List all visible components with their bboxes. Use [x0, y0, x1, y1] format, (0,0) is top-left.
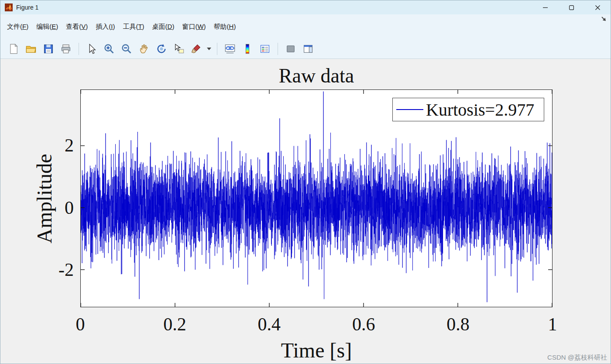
figure-window: Figure 1 文件(F) 编辑(E) 查看(V) [0, 0, 611, 364]
menu-accel: T [138, 23, 142, 30]
new-figure-icon [8, 43, 19, 55]
menu-accel: D [168, 23, 172, 30]
matlab-logo-icon [5, 3, 13, 11]
brush-dropdown-icon [207, 48, 211, 50]
menu-label: 插入( [96, 23, 111, 30]
toolbar-separator [79, 43, 79, 55]
open-file-button[interactable] [23, 41, 39, 57]
menu-accel: F [22, 23, 26, 30]
menu-item-view[interactable]: 查看(V) [62, 20, 92, 34]
menu-label: 工具( [123, 23, 138, 30]
toolbar [0, 39, 611, 59]
minimize-icon [543, 5, 548, 10]
legend-label: Kurtosis=2.977 [426, 100, 534, 120]
legend-box[interactable]: Kurtosis=2.977 [392, 98, 544, 121]
menu-item-file[interactable]: 文件(F) [3, 20, 32, 34]
menu-label: 帮助( [214, 23, 229, 30]
x-tick-label: 0.4 [258, 314, 281, 335]
menu-label: ) [142, 23, 144, 30]
close-icon [595, 5, 600, 10]
zoom-in-button[interactable] [101, 41, 117, 57]
new-figure-button[interactable] [6, 41, 21, 57]
menu-label: 查看( [66, 23, 81, 30]
menu-accel: E [51, 23, 56, 30]
y-tick-label: 2 [0, 135, 74, 156]
menu-label: ) [113, 23, 115, 30]
insert-colorbar-icon [242, 43, 253, 55]
toolbar-separator [278, 43, 278, 55]
maximize-button[interactable] [558, 0, 584, 14]
menu-item-tools[interactable]: 工具(T) [119, 20, 148, 34]
x-tick-label: 0.6 [352, 314, 375, 335]
close-button[interactable] [584, 0, 611, 14]
show-plot-tools-icon [302, 43, 314, 55]
menu-label: ) [56, 23, 58, 30]
pan-button[interactable] [136, 41, 152, 57]
menu-label: 桌面( [152, 23, 168, 30]
menu-item-help[interactable]: 帮助(H) [210, 20, 240, 34]
title-bar: Figure 1 [0, 0, 611, 14]
menu-label: 文件( [7, 23, 22, 30]
menu-accel: W [197, 23, 203, 30]
x-tick-label: 1 [548, 314, 557, 335]
menu-accel: V [81, 23, 86, 30]
save-figure-button[interactable] [41, 41, 56, 57]
window-controls [532, 0, 611, 14]
x-tick-label: 0.8 [446, 314, 470, 335]
plot-title: Raw data [80, 64, 553, 87]
menu-label: 窗口( [182, 23, 197, 30]
link-plot-button[interactable] [222, 41, 238, 57]
menu-accel: H [229, 23, 234, 30]
y-tick-label: -2 [0, 259, 74, 280]
plot-axes[interactable] [80, 89, 553, 307]
data-cursor-icon [173, 43, 185, 55]
zoom-in-icon [103, 43, 115, 55]
rotate-3d-icon [156, 43, 167, 55]
toolbar-separator [217, 43, 217, 55]
hide-plot-tools-button[interactable] [283, 41, 299, 57]
brush-icon [191, 43, 202, 55]
show-plot-tools-button[interactable] [300, 41, 316, 57]
menu-item-edit[interactable]: 编辑(E) [32, 20, 62, 34]
maximize-icon [569, 5, 574, 10]
menu-label: ) [233, 23, 236, 30]
menu-item-desktop[interactable]: 桌面(D) [148, 20, 178, 34]
insert-legend-icon [259, 43, 271, 55]
legend-line-sample [396, 109, 423, 110]
x-tick-label: 0 [76, 314, 85, 335]
menu-label: ) [172, 23, 174, 30]
rotate-3d-button[interactable] [154, 41, 169, 57]
zoom-out-button[interactable] [119, 41, 134, 57]
edit-plot-button[interactable] [84, 41, 100, 57]
open-file-icon [25, 43, 37, 55]
figure-canvas: Raw data Amplitude Time [s] Kurtosis=2.9… [0, 59, 611, 364]
window-title: Figure 1 [16, 4, 38, 11]
y-tick-label: 0 [0, 197, 74, 218]
print-figure-button[interactable] [58, 41, 74, 57]
menu-label: ) [26, 23, 28, 30]
watermark-text: CSDN @荔枝科研社 [547, 354, 607, 362]
menu-item-insert[interactable]: 插入(I) [92, 20, 119, 34]
menu-label: ) [86, 23, 88, 30]
menu-label: 编辑( [36, 23, 51, 30]
dock-figure-button[interactable] [600, 15, 607, 24]
data-cursor-button[interactable] [171, 41, 187, 57]
brush-dropdown-button[interactable] [206, 41, 212, 57]
menu-bar: 文件(F) 编辑(E) 查看(V) 插入(I) 工具(T) 桌面(D) 窗口(W… [0, 14, 611, 39]
print-figure-icon [60, 43, 72, 55]
edit-plot-icon [86, 43, 97, 55]
hide-plot-tools-icon [285, 43, 296, 55]
zoom-out-icon [121, 43, 132, 55]
pan-icon [138, 43, 150, 55]
menu-item-window[interactable]: 窗口(W) [178, 20, 209, 34]
menu-label: ) [204, 23, 206, 30]
brush-button[interactable] [189, 41, 204, 57]
insert-legend-button[interactable] [257, 41, 273, 57]
save-figure-icon [43, 43, 54, 55]
dock-figure-icon [600, 15, 607, 22]
link-plot-icon [224, 43, 236, 55]
x-axis-label: Time [s] [80, 338, 553, 362]
signal-plot [81, 90, 552, 307]
insert-colorbar-button[interactable] [240, 41, 255, 57]
minimize-button[interactable] [532, 0, 558, 14]
